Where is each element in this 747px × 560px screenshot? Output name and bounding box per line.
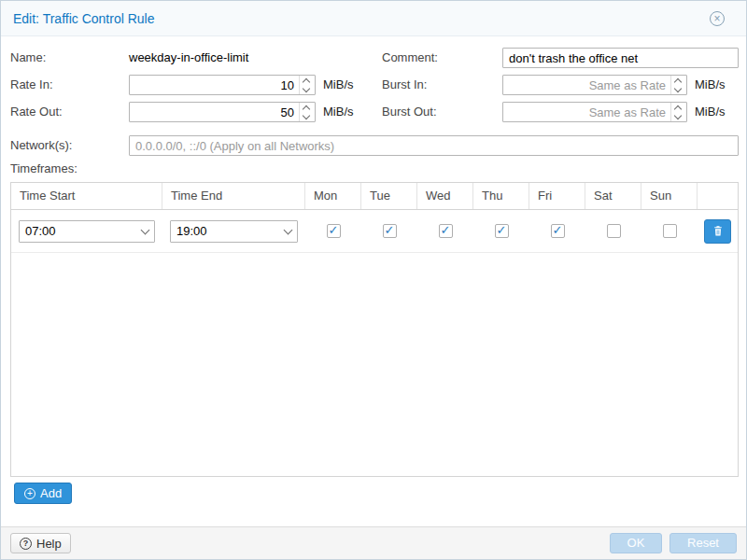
burst-out-input[interactable] (503, 103, 686, 121)
fri-checkbox[interactable] (551, 224, 565, 238)
sat-cell (585, 210, 641, 252)
spin-up-icon[interactable] (300, 103, 315, 112)
time-start-cell (11, 210, 162, 252)
networks-input[interactable] (130, 136, 738, 155)
ok-button[interactable]: OK (610, 533, 662, 553)
column-header-thu[interactable]: Thu (473, 183, 529, 209)
burst-out-unit: MiB/s (695, 102, 726, 122)
rate-in-unit: MiB/s (323, 75, 354, 95)
comment-input[interactable] (503, 49, 738, 67)
time-end-cell (162, 210, 305, 252)
rate-out-input[interactable] (130, 103, 315, 121)
spin-up-icon[interactable] (671, 103, 686, 112)
help-question-icon: ? (20, 538, 32, 550)
rate-in-label: Rate In: (10, 75, 53, 95)
column-header-time-end[interactable]: Time End (162, 183, 305, 209)
dialog-titlebar: Edit: Traffic Control Rule × (1, 1, 746, 36)
add-plus-icon: + (24, 488, 35, 499)
comment-field-wrap (502, 48, 739, 68)
wed-cell (417, 210, 473, 252)
column-header-mon[interactable]: Mon (305, 183, 361, 209)
chevron-down-icon[interactable] (280, 221, 297, 242)
add-button-label: Add (40, 486, 62, 500)
column-header-fri[interactable]: Fri (529, 183, 585, 209)
column-header-sat[interactable]: Sat (585, 183, 641, 209)
burst-out-label: Burst Out: (382, 102, 437, 122)
thu-cell (473, 210, 529, 252)
rate-out-label: Rate Out: (10, 102, 63, 122)
rate-out-unit: MiB/s (323, 102, 354, 122)
time-start-combo (19, 220, 155, 243)
rate-out-field-wrap (129, 102, 316, 122)
spin-up-icon[interactable] (300, 76, 315, 85)
column-header-time-start[interactable]: Time Start (11, 183, 162, 209)
time-start-input[interactable] (20, 221, 154, 242)
delete-row-button[interactable] (704, 219, 731, 244)
burst-in-spinner (670, 76, 686, 94)
burst-in-label: Burst In: (382, 75, 427, 95)
grid-header-row: Time Start Time End Mon Tue Wed Thu Fri … (11, 183, 738, 210)
timeframes-grid: Time Start Time End Mon Tue Wed Thu Fri … (10, 182, 739, 477)
mon-checkbox[interactable] (327, 224, 341, 238)
tue-cell (361, 210, 417, 252)
timeframes-label: Timeframes: (10, 159, 78, 179)
thu-checkbox[interactable] (495, 224, 509, 238)
burst-in-unit: MiB/s (695, 75, 726, 95)
edit-traffic-control-rule-dialog: Edit: Traffic Control Rule × Name: weekd… (0, 0, 747, 560)
burst-in-field-wrap (502, 75, 687, 95)
comment-label: Comment: (382, 48, 438, 68)
help-button-label: Help (36, 537, 62, 551)
name-label: Name: (10, 48, 46, 68)
timeframe-row (11, 210, 738, 253)
spin-down-icon[interactable] (300, 112, 315, 121)
mon-cell (305, 210, 361, 252)
tue-checkbox[interactable] (383, 224, 397, 238)
help-button[interactable]: ? Help (10, 533, 71, 553)
column-header-tue[interactable]: Tue (361, 183, 417, 209)
networks-label: Network(s): (10, 135, 72, 156)
trash-icon (712, 225, 724, 237)
burst-out-field-wrap (502, 102, 687, 122)
spin-up-icon[interactable] (671, 76, 686, 85)
sun-cell (641, 210, 698, 252)
burst-in-input[interactable] (503, 76, 686, 94)
column-header-sun[interactable]: Sun (641, 183, 698, 209)
time-end-combo (170, 220, 298, 243)
sun-checkbox[interactable] (663, 224, 677, 238)
rate-in-field-wrap (129, 75, 316, 95)
burst-out-spinner (670, 103, 686, 121)
time-end-input[interactable] (171, 221, 297, 242)
spin-down-icon[interactable] (671, 85, 686, 94)
rate-out-spinner (299, 103, 315, 121)
column-header-actions (698, 183, 738, 209)
close-icon[interactable]: × (710, 11, 725, 26)
rate-in-spinner (299, 76, 315, 94)
dialog-title: Edit: Traffic Control Rule (13, 11, 154, 26)
networks-field-wrap (129, 135, 739, 156)
add-button[interactable]: + Add (14, 483, 72, 504)
column-header-wed[interactable]: Wed (417, 183, 473, 209)
dialog-footer: ? Help OK Reset (1, 526, 746, 559)
name-value: weekday-in-office-limit (129, 48, 248, 68)
chevron-down-icon[interactable] (137, 221, 154, 242)
actions-cell (698, 210, 738, 252)
fri-cell (529, 210, 585, 252)
rate-in-input[interactable] (130, 76, 315, 94)
spin-down-icon[interactable] (671, 112, 686, 121)
wed-checkbox[interactable] (439, 224, 453, 238)
sat-checkbox[interactable] (607, 224, 621, 238)
reset-button[interactable]: Reset (669, 533, 737, 553)
spin-down-icon[interactable] (300, 85, 315, 94)
